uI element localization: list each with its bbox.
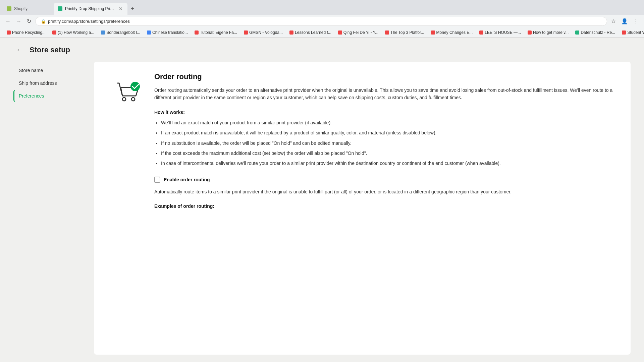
bullet-list: We'll find an exact match of your produc… [154, 119, 617, 167]
top-content: Order routing Order routing automaticall… [107, 72, 617, 209]
lock-icon: 🔒 [41, 19, 46, 24]
bookmark-star-icon[interactable]: ☆ [610, 17, 617, 26]
tab-printify-label: Printify Drop Shipping Print o… [65, 6, 115, 11]
sidebar-label-preferences: Preferences [19, 93, 44, 99]
bookmark-5[interactable]: GMSN - Vologda... [241, 29, 285, 36]
bookmark-favicon-8 [385, 31, 389, 35]
tab-shopify-label: Shopify [14, 6, 49, 11]
page-header: ← Store setup [0, 38, 644, 62]
bookmark-label-8: The Top 3 Platfor... [390, 30, 424, 35]
bookmark-label-4: Tutorial: Eigene Fa... [200, 30, 237, 35]
intro-text: Order routing automatically sends your o… [154, 86, 617, 102]
user-profile-icon[interactable]: 👤 [620, 17, 629, 26]
bookmark-favicon-0 [7, 31, 11, 35]
bullet-item-0: We'll find an exact match of your produc… [161, 119, 617, 126]
content-area: Order routing Order routing automaticall… [94, 62, 631, 355]
address-bar-row: ← → ↻ 🔒 printify.com/app/store/settings/… [0, 15, 644, 28]
printify-favicon [58, 6, 62, 11]
bookmark-label-9: Money Changes E... [436, 30, 473, 35]
examples-title: Examples of order routing: [154, 203, 617, 209]
address-text: printify.com/app/store/settings/preferen… [48, 19, 601, 24]
bookmark-favicon-4 [195, 31, 199, 35]
bullet-item-4: In case of intercontinental deliveries w… [161, 160, 617, 167]
bookmark-13[interactable]: Student Wants an... [619, 29, 644, 36]
shopify-favicon [7, 6, 11, 11]
sidebar: Store name Ship from address Preferences [13, 62, 94, 355]
bookmark-favicon-3 [147, 31, 151, 35]
sidebar-label-store-name: Store name [19, 68, 43, 73]
svg-point-1 [122, 98, 126, 101]
toolbar-icons: ☆ 👤 ⋮ [610, 17, 640, 26]
bookmark-favicon-7 [338, 31, 342, 35]
forward-nav-button[interactable]: → [15, 17, 23, 26]
bookmark-label-1: (1) How Working a... [58, 30, 94, 35]
bookmark-8[interactable]: The Top 3 Platfor... [382, 29, 427, 36]
bookmark-favicon-13 [622, 31, 626, 35]
bookmark-label-2: Sonderangebolt l... [106, 30, 140, 35]
cart-icon-area [107, 72, 148, 209]
main-layout: Store name Ship from address Preferences [0, 62, 644, 362]
enable-order-routing-row: Enable order routing [154, 177, 617, 183]
bookmark-favicon-10 [479, 31, 483, 35]
bookmark-1[interactable]: (1) How Working a... [50, 29, 97, 36]
bookmark-favicon-5 [244, 31, 248, 35]
back-nav-button[interactable]: ← [4, 17, 12, 26]
enable-order-routing-label: Enable order routing [164, 177, 210, 182]
back-button[interactable]: ← [13, 45, 25, 55]
section-title: Order routing [154, 72, 617, 81]
bookmark-label-7: Qing Fei De Yi - Y... [343, 30, 378, 35]
bullet-item-3: If the cost exceeds the maximum addition… [161, 149, 617, 157]
bookmark-favicon-6 [289, 31, 293, 35]
bookmark-9[interactable]: Money Changes E... [428, 29, 476, 36]
tab-close-icon[interactable]: ✕ [118, 5, 123, 12]
bookmark-label-13: Student Wants an... [627, 30, 644, 35]
sidebar-item-ship-from[interactable]: Ship from address [13, 77, 94, 89]
bullet-item-2: If no substitution is available, the ord… [161, 139, 617, 147]
enable-order-routing-checkbox[interactable] [154, 177, 160, 183]
refresh-nav-button[interactable]: ↻ [25, 17, 33, 26]
menu-icon[interactable]: ⋮ [632, 17, 640, 26]
bookmark-2[interactable]: Sonderangebolt l... [98, 29, 143, 36]
main-text-content: Order routing Order routing automaticall… [154, 72, 617, 209]
bookmark-label-12: Datenschutz - Re... [581, 30, 615, 35]
bookmark-3[interactable]: Chinese translatio... [144, 29, 191, 36]
bookmark-10[interactable]: LEE 'S HOUSE —... [477, 29, 524, 36]
sidebar-item-preferences[interactable]: Preferences [13, 90, 94, 102]
bookmarks-bar: Phone Recycling... (1) How Working a... … [0, 28, 644, 38]
new-tab-button[interactable]: + [128, 4, 137, 14]
bookmark-11[interactable]: How to get more v... [525, 29, 571, 36]
bookmark-label-5: GMSN - Vologda... [249, 30, 283, 35]
address-bar[interactable]: 🔒 printify.com/app/store/settings/prefer… [35, 17, 607, 26]
auto-route-description: Automatically route items to a similar p… [154, 188, 617, 195]
page-title: Store setup [30, 46, 70, 54]
bookmark-favicon-2 [101, 31, 105, 35]
bookmark-favicon-1 [52, 31, 56, 35]
tab-printify[interactable]: Printify Drop Shipping Print o… ✕ [54, 3, 127, 15]
bookmark-label-3: Chinese translatio... [152, 30, 188, 35]
sidebar-item-store-name[interactable]: Store name [13, 64, 94, 76]
order-routing-icon [112, 79, 143, 106]
bookmark-12[interactable]: Datenschutz - Re... [573, 29, 618, 36]
bookmark-label-6: Lessons Learned f... [295, 30, 331, 35]
bookmark-favicon-12 [575, 31, 579, 35]
bookmark-label-0: Phone Recycling... [12, 30, 46, 35]
bookmark-favicon-9 [431, 31, 435, 35]
browser-chrome: Shopify Printify Drop Shipping Print o… … [0, 0, 644, 38]
tab-shopify[interactable]: Shopify [3, 4, 53, 14]
page-wrapper: ← Store setup Store name Ship from addre… [0, 38, 644, 362]
bookmark-label-10: LEE 'S HOUSE —... [485, 30, 521, 35]
tab-bar: Shopify Printify Drop Shipping Print o… … [0, 0, 644, 15]
bookmark-label-11: How to get more v... [533, 30, 569, 35]
bookmark-7[interactable]: Qing Fei De Yi - Y... [335, 29, 381, 36]
svg-point-2 [131, 98, 135, 101]
bullet-item-1: If an exact product match is unavailable… [161, 129, 617, 136]
svg-point-3 [130, 82, 140, 91]
sidebar-label-ship-from: Ship from address [19, 80, 57, 86]
bookmark-favicon-11 [528, 31, 532, 35]
how-it-works-title: How it works: [154, 110, 617, 115]
bookmark-6[interactable]: Lessons Learned f... [287, 29, 334, 36]
bookmark-4[interactable]: Tutorial: Eigene Fa... [192, 29, 240, 36]
bookmark-0[interactable]: Phone Recycling... [4, 29, 48, 36]
